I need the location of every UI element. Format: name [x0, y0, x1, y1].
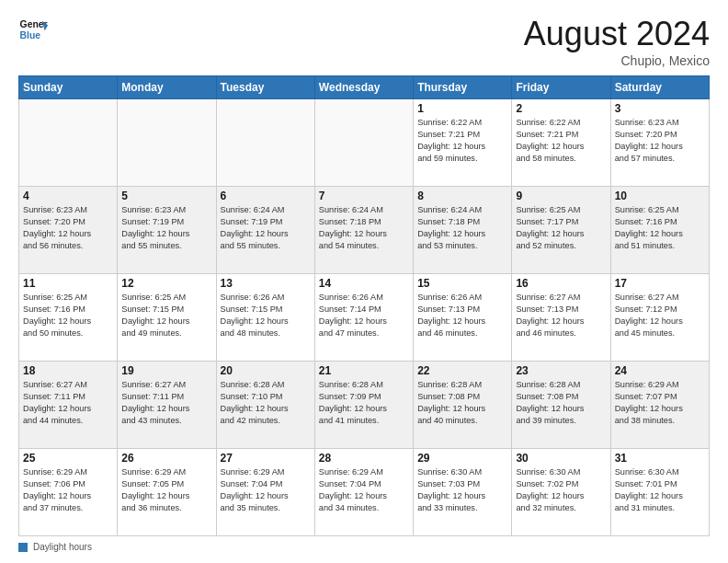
week-row-2: 4Sunrise: 6:23 AM Sunset: 7:20 PM Daylig… [19, 187, 710, 274]
day-cell: 30Sunrise: 6:30 AM Sunset: 7:02 PM Dayli… [512, 449, 610, 536]
header: General Blue August 2024 Chupio, Mexico [18, 15, 710, 68]
day-number: 9 [516, 190, 606, 202]
day-number: 6 [221, 190, 311, 202]
day-number: 21 [319, 364, 409, 377]
day-info: Sunrise: 6:26 AM Sunset: 7:13 PM Dayligh… [417, 292, 507, 339]
day-cell: 17Sunrise: 6:27 AM Sunset: 7:12 PM Dayli… [610, 274, 709, 362]
day-cell: 23Sunrise: 6:28 AM Sunset: 7:08 PM Dayli… [512, 362, 610, 449]
day-cell: 27Sunrise: 6:29 AM Sunset: 7:04 PM Dayli… [216, 449, 314, 536]
day-info: Sunrise: 6:29 AM Sunset: 7:07 PM Dayligh… [615, 379, 705, 427]
day-info: Sunrise: 6:28 AM Sunset: 7:08 PM Dayligh… [516, 379, 606, 427]
footer-label: Daylight hours [33, 542, 92, 552]
day-number: 19 [121, 364, 211, 377]
day-info: Sunrise: 6:29 AM Sunset: 7:05 PM Dayligh… [121, 466, 211, 514]
col-header-friday: Friday [512, 76, 610, 99]
day-info: Sunrise: 6:28 AM Sunset: 7:09 PM Dayligh… [319, 379, 409, 427]
day-info: Sunrise: 6:29 AM Sunset: 7:06 PM Dayligh… [23, 466, 113, 514]
day-cell [216, 99, 314, 187]
day-number: 14 [319, 277, 409, 290]
day-cell: 22Sunrise: 6:28 AM Sunset: 7:08 PM Dayli… [414, 362, 512, 449]
week-row-1: 1Sunrise: 6:22 AM Sunset: 7:21 PM Daylig… [19, 99, 710, 187]
day-cell: 18Sunrise: 6:27 AM Sunset: 7:11 PM Dayli… [19, 362, 118, 449]
day-number: 25 [23, 452, 113, 465]
day-cell: 5Sunrise: 6:23 AM Sunset: 7:19 PM Daylig… [118, 187, 216, 274]
day-number: 3 [615, 102, 705, 115]
logo: General Blue [18, 15, 48, 44]
day-number: 4 [23, 190, 113, 202]
day-number: 12 [121, 277, 211, 290]
day-info: Sunrise: 6:25 AM Sunset: 7:16 PM Dayligh… [615, 204, 705, 252]
day-cell: 9Sunrise: 6:25 AM Sunset: 7:17 PM Daylig… [512, 187, 610, 274]
day-info: Sunrise: 6:23 AM Sunset: 7:19 PM Dayligh… [121, 204, 211, 252]
day-cell: 20Sunrise: 6:28 AM Sunset: 7:10 PM Dayli… [216, 362, 314, 449]
day-cell: 8Sunrise: 6:24 AM Sunset: 7:18 PM Daylig… [414, 187, 512, 274]
day-cell: 29Sunrise: 6:30 AM Sunset: 7:03 PM Dayli… [414, 449, 512, 536]
day-info: Sunrise: 6:27 AM Sunset: 7:11 PM Dayligh… [23, 379, 113, 427]
day-info: Sunrise: 6:27 AM Sunset: 7:11 PM Dayligh… [121, 379, 211, 427]
day-info: Sunrise: 6:25 AM Sunset: 7:16 PM Dayligh… [23, 292, 113, 339]
col-header-wednesday: Wednesday [314, 76, 413, 99]
week-row-5: 25Sunrise: 6:29 AM Sunset: 7:06 PM Dayli… [19, 449, 710, 536]
day-info: Sunrise: 6:22 AM Sunset: 7:21 PM Dayligh… [417, 117, 507, 165]
day-info: Sunrise: 6:22 AM Sunset: 7:21 PM Dayligh… [516, 117, 606, 165]
day-cell: 25Sunrise: 6:29 AM Sunset: 7:06 PM Dayli… [19, 449, 118, 536]
day-info: Sunrise: 6:24 AM Sunset: 7:19 PM Dayligh… [221, 204, 311, 252]
day-cell: 26Sunrise: 6:29 AM Sunset: 7:05 PM Dayli… [118, 449, 216, 536]
day-info: Sunrise: 6:25 AM Sunset: 7:17 PM Dayligh… [516, 204, 606, 252]
day-info: Sunrise: 6:27 AM Sunset: 7:13 PM Dayligh… [516, 292, 606, 339]
day-cell: 21Sunrise: 6:28 AM Sunset: 7:09 PM Dayli… [314, 362, 413, 449]
day-cell [118, 99, 216, 187]
day-info: Sunrise: 6:26 AM Sunset: 7:15 PM Dayligh… [221, 292, 311, 339]
day-number: 30 [516, 452, 606, 465]
day-number: 17 [615, 277, 705, 290]
day-number: 28 [319, 452, 409, 465]
day-cell: 15Sunrise: 6:26 AM Sunset: 7:13 PM Dayli… [414, 274, 512, 362]
day-number: 22 [417, 364, 507, 377]
day-info: Sunrise: 6:23 AM Sunset: 7:20 PM Dayligh… [615, 117, 705, 165]
day-number: 20 [221, 364, 311, 377]
day-info: Sunrise: 6:30 AM Sunset: 7:03 PM Dayligh… [417, 466, 507, 514]
day-cell: 24Sunrise: 6:29 AM Sunset: 7:07 PM Dayli… [610, 362, 709, 449]
month-title: August 2024 [524, 15, 710, 53]
day-number: 8 [417, 190, 507, 202]
footer-dot [18, 543, 28, 552]
day-number: 2 [516, 102, 606, 115]
day-info: Sunrise: 6:23 AM Sunset: 7:20 PM Dayligh… [23, 204, 113, 252]
day-cell: 7Sunrise: 6:24 AM Sunset: 7:18 PM Daylig… [314, 187, 413, 274]
day-info: Sunrise: 6:28 AM Sunset: 7:10 PM Dayligh… [221, 379, 311, 427]
day-info: Sunrise: 6:24 AM Sunset: 7:18 PM Dayligh… [417, 204, 507, 252]
col-header-monday: Monday [118, 76, 216, 99]
col-header-thursday: Thursday [414, 76, 512, 99]
day-cell: 12Sunrise: 6:25 AM Sunset: 7:15 PM Dayli… [118, 274, 216, 362]
day-number: 27 [221, 452, 311, 465]
day-info: Sunrise: 6:29 AM Sunset: 7:04 PM Dayligh… [221, 466, 311, 514]
day-cell: 2Sunrise: 6:22 AM Sunset: 7:21 PM Daylig… [512, 99, 610, 187]
week-row-3: 11Sunrise: 6:25 AM Sunset: 7:16 PM Dayli… [19, 274, 710, 362]
col-header-sunday: Sunday [19, 76, 118, 99]
day-cell [314, 99, 413, 187]
subtitle: Chupio, Mexico [524, 53, 710, 68]
day-number: 16 [516, 277, 606, 290]
day-number: 23 [516, 364, 606, 377]
col-header-tuesday: Tuesday [216, 76, 314, 99]
day-cell: 31Sunrise: 6:30 AM Sunset: 7:01 PM Dayli… [610, 449, 709, 536]
day-info: Sunrise: 6:26 AM Sunset: 7:14 PM Dayligh… [319, 292, 409, 339]
day-info: Sunrise: 6:24 AM Sunset: 7:18 PM Dayligh… [319, 204, 409, 252]
day-number: 7 [319, 190, 409, 202]
day-cell: 10Sunrise: 6:25 AM Sunset: 7:16 PM Dayli… [610, 187, 709, 274]
day-number: 5 [121, 190, 211, 202]
week-row-4: 18Sunrise: 6:27 AM Sunset: 7:11 PM Dayli… [19, 362, 710, 449]
day-number: 13 [221, 277, 311, 290]
day-number: 29 [417, 452, 507, 465]
day-cell: 13Sunrise: 6:26 AM Sunset: 7:15 PM Dayli… [216, 274, 314, 362]
day-number: 10 [615, 190, 705, 202]
day-number: 18 [23, 364, 113, 377]
day-cell: 3Sunrise: 6:23 AM Sunset: 7:20 PM Daylig… [610, 99, 709, 187]
page: General Blue August 2024 Chupio, Mexico … [0, 0, 728, 563]
day-cell: 16Sunrise: 6:27 AM Sunset: 7:13 PM Dayli… [512, 274, 610, 362]
day-info: Sunrise: 6:25 AM Sunset: 7:15 PM Dayligh… [121, 292, 211, 339]
day-number: 11 [23, 277, 113, 290]
day-cell: 14Sunrise: 6:26 AM Sunset: 7:14 PM Dayli… [314, 274, 413, 362]
day-cell: 1Sunrise: 6:22 AM Sunset: 7:21 PM Daylig… [414, 99, 512, 187]
day-info: Sunrise: 6:28 AM Sunset: 7:08 PM Dayligh… [417, 379, 507, 427]
